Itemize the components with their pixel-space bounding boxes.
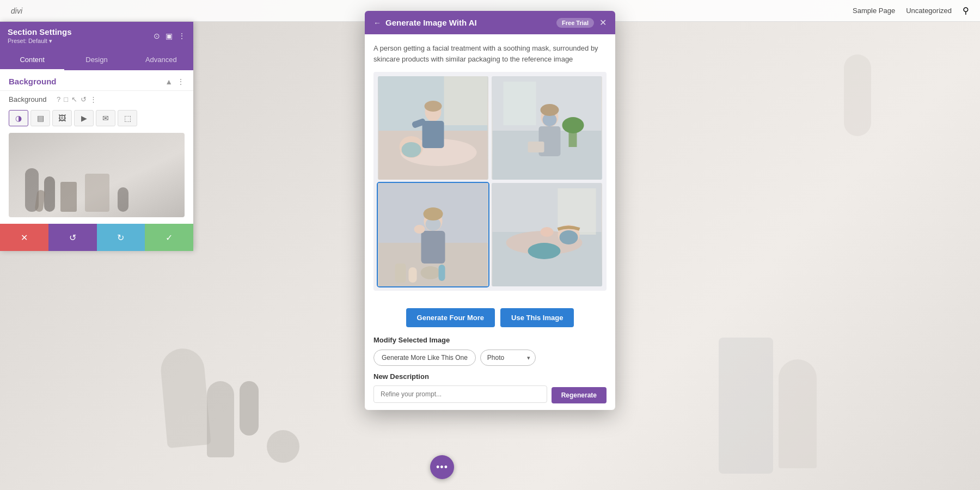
modal-title: Generate Image With AI <box>385 18 477 27</box>
grid-image-4[interactable] <box>492 183 602 286</box>
grid-image-3-inner <box>378 183 488 286</box>
new-description-label: New Description <box>373 372 607 381</box>
svg-rect-2 <box>444 76 488 125</box>
svg-point-26 <box>424 207 443 220</box>
back-arrow-icon[interactable]: ← <box>373 19 381 27</box>
svg-rect-28 <box>409 267 417 283</box>
generate-four-more-button[interactable]: Generate Four More <box>406 308 495 327</box>
modify-controls: Generate More Like This One Photo Illust… <box>373 350 607 366</box>
free-trial-badge: Free Trial <box>556 18 594 28</box>
person-svg-3 <box>378 183 488 286</box>
person-svg-4 <box>492 183 602 286</box>
svg-point-36 <box>560 230 578 244</box>
style-select-wrapper: Photo Illustration 3D Watercolor <box>480 350 536 366</box>
grid-image-1[interactable] <box>378 76 488 180</box>
modal-body: A person getting a facial treatment with… <box>365 34 615 308</box>
modify-section: Modify Selected Image Generate More Like… <box>365 336 615 372</box>
svg-point-14 <box>562 117 584 133</box>
svg-rect-12 <box>504 82 536 125</box>
modal-actions: Generate Four More Use This Image <box>365 308 615 336</box>
modal-description-text: A person getting a facial treatment with… <box>373 43 607 64</box>
new-description-input[interactable] <box>373 385 547 403</box>
svg-rect-18 <box>528 142 544 152</box>
modal-close-button[interactable]: ✕ <box>599 17 607 28</box>
grid-image-4-inner <box>492 183 602 286</box>
modal-header-left: ← Generate Image With AI <box>373 18 477 27</box>
style-select[interactable]: Photo Illustration 3D Watercolor <box>480 350 536 366</box>
svg-point-38 <box>528 243 561 259</box>
floating-menu-button[interactable]: ••• <box>430 455 454 479</box>
svg-rect-24 <box>421 231 445 264</box>
regenerate-button[interactable]: Regenerate <box>552 387 607 403</box>
person-svg-1 <box>378 76 488 180</box>
modal-overlay: ← Generate Image With AI Free Trial ✕ A … <box>0 0 980 490</box>
svg-rect-7 <box>422 121 444 148</box>
modal-header: ← Generate Image With AI Free Trial ✕ <box>365 11 615 34</box>
svg-rect-30 <box>439 265 445 281</box>
grid-image-2-inner <box>492 76 602 180</box>
modify-section-label: Modify Selected Image <box>373 336 607 344</box>
svg-point-25 <box>414 225 425 234</box>
generate-more-like-button[interactable]: Generate More Like This One <box>373 350 476 366</box>
grid-image-1-inner <box>378 76 488 180</box>
svg-rect-27 <box>395 264 406 283</box>
new-description-section: New Description Regenerate <box>365 372 615 410</box>
modal-header-right: Free Trial ✕ <box>556 17 607 28</box>
svg-point-37 <box>541 227 554 237</box>
ai-image-grid <box>373 72 607 291</box>
use-this-image-button[interactable]: Use This Image <box>500 308 574 327</box>
svg-point-19 <box>541 104 559 116</box>
person-svg-2 <box>492 76 602 180</box>
svg-point-9 <box>425 101 442 112</box>
grid-image-3[interactable] <box>378 183 488 286</box>
generate-image-modal: ← Generate Image With AI Free Trial ✕ A … <box>365 11 615 410</box>
grid-image-2[interactable] <box>492 76 602 180</box>
svg-point-5 <box>402 142 421 157</box>
svg-point-29 <box>421 266 440 279</box>
